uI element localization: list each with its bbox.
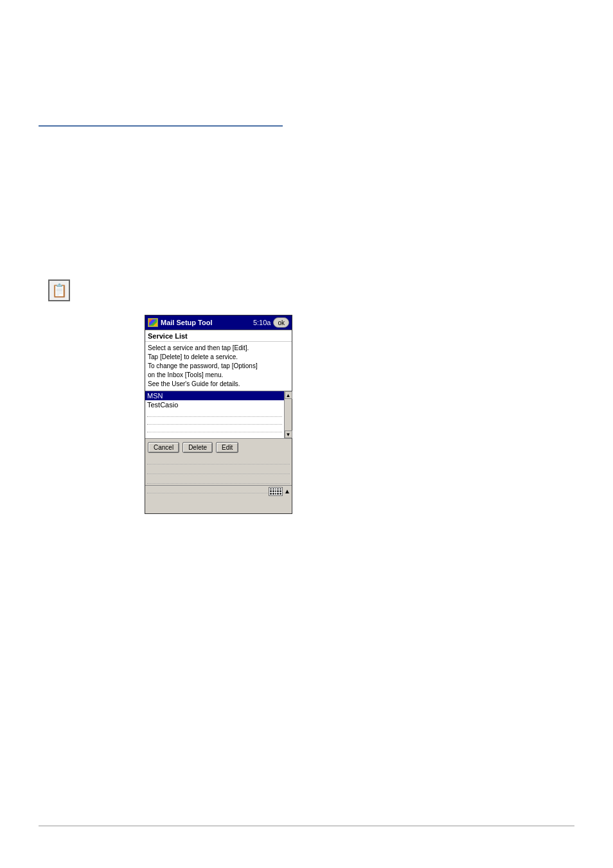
top-horizontal-rule	[39, 125, 283, 127]
time-display: 5:10a	[253, 319, 271, 326]
key-dot-12	[272, 493, 274, 495]
title-bar-left: Mail Setup Tool	[148, 318, 212, 327]
key-dot-14	[277, 493, 279, 495]
ok-button[interactable]: ok	[273, 317, 289, 328]
key-dot-2	[272, 488, 274, 490]
service-list-container: MSN TestCasio ▲ ▼	[145, 391, 292, 438]
key-dot-7	[272, 490, 274, 492]
empty-rows	[145, 409, 284, 438]
device-screen: Mail Setup Tool 5:10a ok Service List Se…	[145, 315, 292, 514]
dotted-row-3	[147, 426, 282, 432]
key-dot-5	[280, 488, 281, 490]
bottom-dotted-area	[145, 456, 292, 485]
key-dot-6	[270, 490, 272, 492]
instruction-line-4: on the Inbox [Tools] menu.	[148, 371, 289, 380]
keyboard-icon[interactable]	[269, 487, 283, 496]
key-dot-4	[277, 488, 279, 490]
key-dot-9	[277, 490, 279, 492]
key-dot-13	[275, 493, 277, 495]
instruction-line-2: Tap [Delete] to delete a service.	[148, 353, 289, 362]
instruction-text: Select a service and then tap [Edit]. Ta…	[145, 342, 292, 391]
key-dot-1	[270, 488, 272, 490]
key-dot-10	[280, 490, 281, 492]
bottom-dotted-row-2	[147, 468, 290, 474]
scroll-down-button[interactable]: ▼	[285, 430, 292, 438]
scroll-up-button[interactable]: ▲	[285, 391, 292, 399]
buttons-row: Cancel Delete Edit	[145, 438, 292, 456]
edit-button[interactable]: Edit	[216, 442, 238, 453]
content-area: Service List Select a service and then t…	[145, 330, 292, 485]
dotted-row-4	[147, 434, 282, 438]
large-mail-icon: 📋	[48, 279, 70, 301]
key-dot-11	[270, 493, 272, 495]
section-title: Service List	[145, 330, 292, 342]
service-item-msn[interactable]: MSN	[145, 391, 284, 400]
app-icon	[148, 318, 158, 327]
instruction-line-3: To change the password, tap [Options]	[148, 362, 289, 371]
service-list-items: MSN TestCasio	[145, 391, 284, 438]
status-up-arrow: ▲	[284, 488, 290, 495]
bottom-dotted-row-1	[147, 458, 290, 465]
service-item-testcasio[interactable]: TestCasio	[145, 400, 284, 409]
scroll-thumb	[285, 399, 292, 430]
key-dot-3	[275, 488, 277, 490]
delete-button[interactable]: Delete	[182, 442, 213, 453]
dotted-row-1	[147, 411, 282, 417]
instruction-line-1: Select a service and then tap [Edit].	[148, 344, 289, 353]
bottom-dotted-row-3	[147, 477, 290, 484]
bottom-horizontal-rule	[39, 826, 574, 826]
key-dot-15	[280, 493, 281, 495]
title-bar: Mail Setup Tool 5:10a ok	[145, 315, 292, 330]
app-title: Mail Setup Tool	[161, 319, 212, 326]
instruction-line-5: See the User's Guide for details.	[148, 380, 289, 389]
scrollbar: ▲ ▼	[284, 391, 292, 438]
key-dot-8	[275, 490, 277, 492]
dotted-row-2	[147, 418, 282, 425]
cancel-button[interactable]: Cancel	[148, 442, 179, 453]
